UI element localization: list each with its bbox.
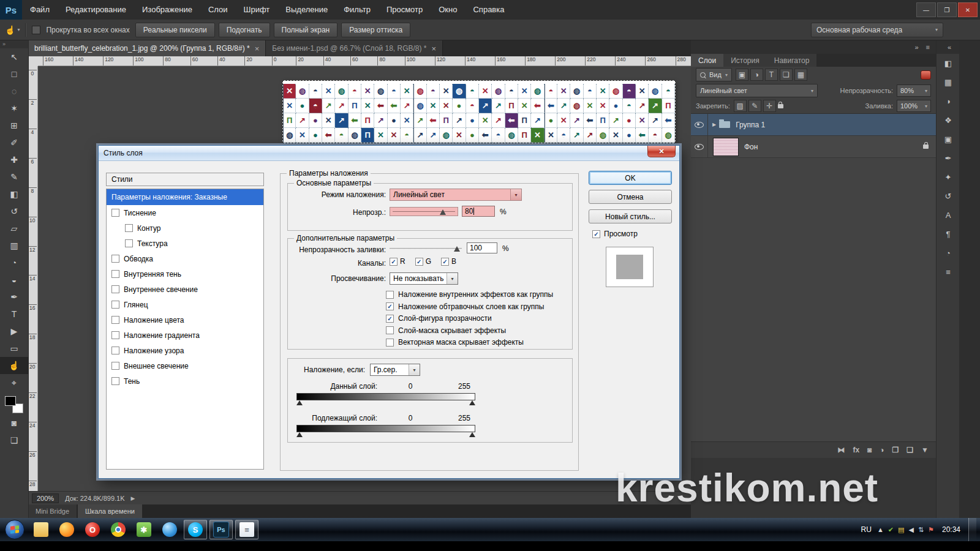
quick-selection-tool[interactable]: ✶ bbox=[0, 100, 28, 117]
style-list-item[interactable]: Текстура bbox=[107, 236, 263, 251]
layer-effects-icon[interactable]: fx bbox=[853, 446, 859, 454]
dialog-title-bar[interactable]: Стиль слоя ✕ bbox=[99, 146, 679, 161]
filter-adjustment-icon[interactable]: ◑ bbox=[750, 69, 763, 81]
style-checkbox[interactable] bbox=[111, 209, 119, 217]
channel-checkbox[interactable]: ✓ bbox=[441, 258, 449, 266]
style-checkbox[interactable] bbox=[111, 377, 119, 385]
hand-tool[interactable]: ☝ bbox=[0, 357, 28, 374]
layer-name[interactable]: Группа 1 bbox=[736, 121, 765, 129]
style-list-item[interactable]: Обводка bbox=[107, 251, 263, 266]
style-checkbox[interactable] bbox=[111, 255, 119, 263]
history-panel-icon[interactable]: ↺ bbox=[937, 187, 960, 206]
dialog-blend-mode-select[interactable]: Линейный свет ▾ bbox=[390, 189, 522, 201]
layer-group-icon[interactable]: ❐ bbox=[892, 446, 899, 454]
gradient-thumb-left[interactable] bbox=[296, 400, 303, 405]
tray-show-hidden-icon[interactable]: ▲ bbox=[877, 526, 884, 533]
blend-mode-select[interactable]: Линейный свет ▾ bbox=[696, 84, 818, 97]
slider-thumb[interactable] bbox=[454, 246, 460, 252]
menu-item[interactable]: Слои bbox=[200, 0, 236, 20]
blend-if-select[interactable]: Гр.сер. ▾ bbox=[370, 364, 420, 376]
layer-thumbnail[interactable] bbox=[713, 138, 739, 156]
menu-item[interactable]: Изображение bbox=[134, 0, 200, 20]
options-bar-button[interactable]: Подогнать bbox=[219, 23, 270, 37]
start-button[interactable] bbox=[5, 520, 24, 539]
lock-all-icon[interactable] bbox=[778, 104, 783, 108]
layer-opacity-field[interactable]: 80% ▾ bbox=[897, 84, 931, 97]
channel-checkbox[interactable]: ✓ bbox=[415, 258, 423, 266]
panel-tab[interactable]: Навигатор bbox=[767, 54, 817, 67]
link-layers-icon[interactable]: ⧓ bbox=[837, 446, 845, 454]
styles-panel-icon[interactable]: ❖ bbox=[937, 111, 960, 130]
style-checkbox[interactable] bbox=[111, 316, 119, 324]
document-tab[interactable]: Без имени-1.psd @ 66.7% (Слой 18, RGB/8)… bbox=[266, 40, 443, 56]
properties-panel-icon[interactable]: ≡ bbox=[937, 263, 960, 282]
blur-tool[interactable]: ◔ bbox=[0, 254, 28, 271]
group-expander-icon[interactable]: ▶ bbox=[712, 122, 716, 127]
3d-panel-icon[interactable]: ✦ bbox=[937, 168, 960, 187]
style-checkbox[interactable] bbox=[125, 224, 133, 232]
screen-mode-button[interactable]: ❏ bbox=[0, 432, 28, 449]
style-checkbox[interactable] bbox=[111, 285, 119, 293]
advanced-checkbox[interactable] bbox=[386, 291, 394, 299]
bottom-tab[interactable]: Mini Bridge bbox=[28, 504, 77, 518]
collapse-panels-icon[interactable]: » bbox=[914, 43, 918, 51]
style-list-item[interactable]: Тень bbox=[107, 373, 263, 389]
info-panel-icon[interactable]: ◔ bbox=[937, 244, 960, 263]
panel-menu-icon[interactable]: ≡ bbox=[926, 43, 930, 51]
new-layer-icon[interactable]: ❏ bbox=[907, 446, 913, 454]
marquee-tool[interactable]: □ bbox=[0, 66, 28, 83]
options-bar-button[interactable]: Полный экран bbox=[274, 23, 338, 37]
menu-item[interactable]: Шрифт bbox=[236, 0, 278, 20]
style-checkbox[interactable] bbox=[111, 301, 119, 309]
current-tool-button[interactable]: ☝ ▾ bbox=[5, 25, 20, 35]
zoom-level-field[interactable]: 200% bbox=[32, 493, 59, 503]
channel-checkbox[interactable]: ✓ bbox=[390, 258, 398, 266]
filter-kind-select[interactable]: Вид ▾ bbox=[696, 68, 732, 81]
opacity-slider[interactable] bbox=[390, 207, 458, 216]
quick-mask-button[interactable]: ◙ bbox=[0, 414, 28, 432]
vertical-ruler[interactable]: 0246810121416182022242628 bbox=[28, 66, 38, 491]
tray-flag-icon[interactable]: ⚑ bbox=[928, 526, 934, 534]
character-panel-icon[interactable]: A bbox=[937, 206, 960, 225]
fill-opacity-input[interactable]: 100 bbox=[467, 242, 497, 253]
menu-item[interactable]: Редактирование bbox=[58, 0, 134, 20]
clone-stamp-tool[interactable]: ◧ bbox=[0, 186, 28, 203]
menu-item[interactable]: Просмотр bbox=[379, 0, 431, 20]
taskbar-icon-skype[interactable]: S bbox=[184, 520, 207, 539]
style-checkbox[interactable] bbox=[111, 347, 119, 354]
panel-tab[interactable]: Слои bbox=[691, 54, 723, 67]
taskbar-icon-utility[interactable]: ✱ bbox=[132, 520, 156, 539]
bottom-tab[interactable]: Шкала времени bbox=[78, 504, 142, 518]
menu-item[interactable]: Фильтр bbox=[336, 0, 379, 20]
slider-thumb[interactable] bbox=[440, 209, 446, 215]
shape-tool[interactable]: ▭ bbox=[0, 340, 28, 357]
taskbar-icon-notes[interactable]: ≡ bbox=[235, 520, 258, 539]
tray-antivirus-icon[interactable]: ✔ bbox=[888, 526, 894, 534]
dialog-close-button[interactable]: ✕ bbox=[647, 146, 676, 157]
lock-position-icon[interactable]: ✛ bbox=[763, 100, 776, 112]
workspace-select[interactable]: Основная рабочая среда ▾ bbox=[811, 23, 943, 37]
tray-volume-icon[interactable]: ◀ bbox=[908, 526, 913, 534]
style-list-item[interactable]: Внутренняя тень bbox=[107, 266, 263, 282]
filter-pixel-icon[interactable]: ▣ bbox=[736, 69, 748, 81]
layer-name[interactable]: Фон bbox=[744, 143, 758, 151]
knockout-select[interactable]: Не показывать ▾ bbox=[390, 272, 458, 285]
swatches-panel-icon[interactable]: ▦ bbox=[937, 73, 960, 92]
layer-fill-field[interactable]: 100% ▾ bbox=[897, 100, 931, 112]
layer-visibility-toggle[interactable] bbox=[691, 114, 708, 135]
layer-row-group[interactable]: ▶ Группа 1 bbox=[691, 114, 936, 136]
options-bar-button[interactable]: Размер оттиска bbox=[341, 23, 410, 37]
style-list-item[interactable]: Внешнее свечение bbox=[107, 358, 263, 373]
advanced-option[interactable]: ✓Наложение обтравочных слоев как группы bbox=[386, 302, 553, 311]
style-checkbox[interactable] bbox=[111, 362, 119, 370]
taskbar-icon-explorer[interactable] bbox=[29, 520, 53, 539]
layer-filter-toggle[interactable] bbox=[921, 70, 931, 80]
foreground-color-swatch[interactable] bbox=[5, 396, 16, 406]
lock-transparency-icon[interactable]: ▨ bbox=[734, 100, 747, 112]
tab-close-icon[interactable]: × bbox=[255, 44, 260, 53]
style-list-item[interactable]: Контур bbox=[107, 220, 263, 236]
filter-shape-icon[interactable]: ❏ bbox=[780, 69, 793, 81]
status-arrow-icon[interactable]: ▶ bbox=[131, 495, 135, 501]
advanced-checkbox[interactable]: ✓ bbox=[386, 302, 394, 310]
history-brush-tool[interactable]: ↺ bbox=[0, 203, 28, 220]
